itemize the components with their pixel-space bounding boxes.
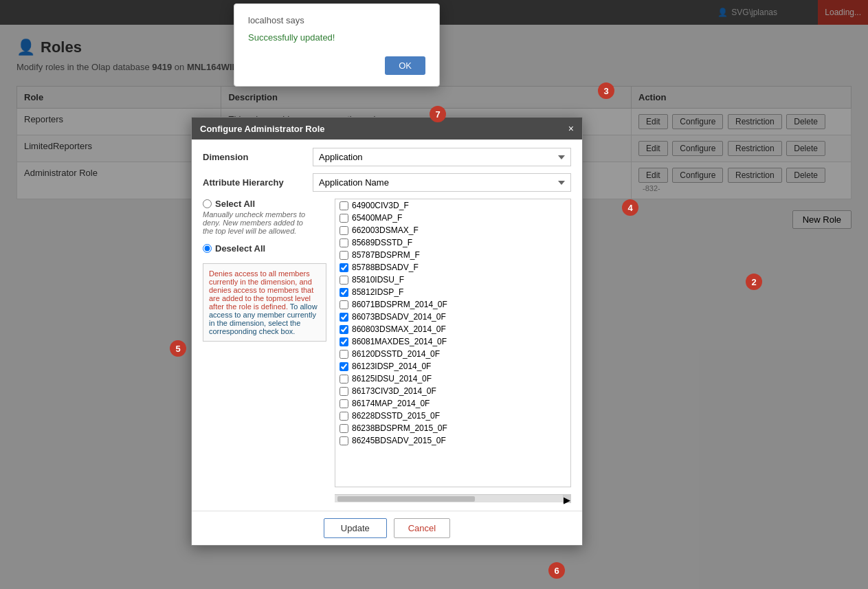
annotation-6: 6 xyxy=(548,562,565,579)
checkbox-label: 86238BDSPRM_2015_0F xyxy=(352,423,447,433)
checkbox-input[interactable] xyxy=(340,263,348,272)
scroll-thumb-horizontal xyxy=(337,496,475,502)
checkbox-label: 86081MAXDES_2014_0F xyxy=(352,337,447,346)
checkbox-label: 85788BDSADV_F xyxy=(352,263,419,272)
checkbox-input[interactable] xyxy=(340,325,348,334)
dimension-label: Dimension xyxy=(203,152,313,162)
annotation-7: 7 xyxy=(430,106,446,122)
checkbox-item: 85689DSSTD_F xyxy=(335,236,570,249)
deselect-all-row: Deselect All xyxy=(203,243,326,254)
checkbox-item: 65400MAP_F xyxy=(335,212,570,224)
checkbox-input[interactable] xyxy=(340,214,348,223)
attribute-label: Attribute Hierarchy xyxy=(203,177,313,188)
checkbox-input[interactable] xyxy=(340,387,348,396)
left-panel: Select All Manually uncheck members to d… xyxy=(203,199,326,502)
checkbox-item: 85788BDSADV_F xyxy=(335,261,570,274)
checkbox-label: 85810IDSU_F xyxy=(352,275,404,285)
checkbox-item: 86120DSSTD_2014_0F xyxy=(335,348,570,360)
checkbox-label: 86228DSSTD_2015_0F xyxy=(352,411,440,421)
checkbox-item: 860803DSMAX_2014_0F xyxy=(335,323,570,335)
modal-close-button[interactable]: × xyxy=(568,123,574,134)
checkbox-item: 86123IDSP_2014_0F xyxy=(335,360,570,373)
annotation-3: 3 xyxy=(598,82,614,99)
modal-body: Dimension Application Attribute Hierarch… xyxy=(192,140,582,511)
checkbox-input[interactable] xyxy=(340,436,348,445)
info-box: Denies access to all members currently i… xyxy=(203,263,326,342)
checkbox-label: 86123IDSP_2014_0F xyxy=(352,362,431,371)
deselect-all-label: Deselect All xyxy=(215,243,265,254)
checkbox-label: 86125IDSU_2014_0F xyxy=(352,374,432,384)
checkbox-input[interactable] xyxy=(340,288,348,297)
select-all-row: Select All xyxy=(203,199,326,209)
checkbox-input[interactable] xyxy=(340,300,348,309)
checkbox-item: 64900CIV3D_F xyxy=(335,199,570,212)
checkbox-label: 86120DSSTD_2014_0F xyxy=(352,349,440,359)
checkbox-item: 86073BDSADV_2014_0F xyxy=(335,311,570,323)
checkbox-item: 85812IDSP_F xyxy=(335,286,570,298)
scroll-right-arrow[interactable]: ▶ xyxy=(563,495,571,503)
checkbox-label: 64900CIV3D_F xyxy=(352,201,409,210)
deselect-all-radio[interactable] xyxy=(203,244,212,253)
checkbox-item: 85787BDSPRM_F xyxy=(335,249,570,261)
checkbox-input[interactable] xyxy=(340,313,348,322)
dimension-select[interactable]: Application xyxy=(313,148,571,166)
checkbox-item: 662003DSMAX_F xyxy=(335,224,570,236)
cancel-button[interactable]: Cancel xyxy=(394,518,450,538)
checkbox-item: 85810IDSU_F xyxy=(335,274,570,286)
checkbox-input[interactable] xyxy=(340,276,348,285)
checkbox-input[interactable] xyxy=(340,399,348,408)
update-button[interactable]: Update xyxy=(324,518,387,538)
modal-title: Configure Administrator Role xyxy=(200,124,325,134)
checkbox-label: 86173CIV3D_2014_0F xyxy=(352,386,436,396)
checkbox-label: 86174MAP_2014_0F xyxy=(352,399,430,408)
checkbox-input[interactable] xyxy=(340,412,348,421)
checkbox-label: 86071BDSPRM_2014_0F xyxy=(352,300,447,309)
select-all-desc: Manually uncheck members to deny. New me… xyxy=(203,210,313,235)
annotation-5: 5 xyxy=(170,340,186,357)
checkbox-item: 86081MAXDES_2014_0F xyxy=(335,335,570,348)
checkbox-item: 86071BDSPRM_2014_0F xyxy=(335,298,570,311)
checkbox-item: 86174MAP_2014_0F xyxy=(335,397,570,410)
checkbox-input[interactable] xyxy=(340,201,348,210)
select-all-label: Select All xyxy=(215,199,255,209)
checkbox-label: 85812IDSP_F xyxy=(352,287,403,297)
alert-ok-button[interactable]: OK xyxy=(385,56,425,75)
checkbox-item: 86173CIV3D_2014_0F xyxy=(335,385,570,397)
attribute-select[interactable]: Application Name xyxy=(313,173,571,192)
configure-modal: Configure Administrator Role × Dimension… xyxy=(191,117,583,546)
checkbox-list[interactable]: 64900CIV3D_F65400MAP_F662003DSMAX_F85689… xyxy=(335,199,571,487)
checkbox-item: 86228DSSTD_2015_0F xyxy=(335,410,570,422)
checkbox-label: 86073BDSADV_2014_0F xyxy=(352,312,446,322)
select-all-radio[interactable] xyxy=(203,199,212,208)
modal-footer: Update Cancel xyxy=(192,511,582,545)
checkbox-label: 65400MAP_F xyxy=(352,213,402,223)
checkbox-input[interactable] xyxy=(340,251,348,260)
right-panel: 64900CIV3D_F65400MAP_F662003DSMAX_F85689… xyxy=(335,199,571,502)
content-split: Select All Manually uncheck members to d… xyxy=(203,199,571,502)
info-text: Denies access to all members currently i… xyxy=(209,269,318,335)
horizontal-scrollbar[interactable]: ▶ xyxy=(335,494,571,502)
checkbox-input[interactable] xyxy=(340,424,348,433)
checkbox-input[interactable] xyxy=(340,226,348,235)
checkbox-label: 85689DSSTD_F xyxy=(352,238,412,247)
annotation-2: 2 xyxy=(746,274,762,290)
checkbox-item: 86245BDSADV_2015_0F xyxy=(335,434,570,447)
checkbox-label: 860803DSMAX_2014_0F xyxy=(352,324,446,334)
alert-title: localhost says xyxy=(248,15,425,25)
modal-header: Configure Administrator Role × xyxy=(192,118,582,140)
checkbox-label: 662003DSMAX_F xyxy=(352,225,419,235)
checkbox-input[interactable] xyxy=(340,337,348,346)
checkbox-input[interactable] xyxy=(340,238,348,247)
alert-message: Successfully updated! xyxy=(248,32,425,43)
checkbox-input[interactable] xyxy=(340,375,348,384)
alert-dialog: localhost says Successfully updated! OK xyxy=(234,3,440,87)
checkbox-item: 86125IDSU_2014_0F xyxy=(335,373,570,385)
annotation-4: 4 xyxy=(622,199,638,216)
checkbox-input[interactable] xyxy=(340,350,348,359)
checkbox-label: 85787BDSPRM_F xyxy=(352,250,420,260)
checkbox-label: 86245BDSADV_2015_0F xyxy=(352,436,446,445)
checkbox-item: 86238BDSPRM_2015_0F xyxy=(335,422,570,434)
checkbox-input[interactable] xyxy=(340,362,348,371)
attribute-row: Attribute Hierarchy Application Name xyxy=(203,173,571,192)
dimension-row: Dimension Application xyxy=(203,148,571,166)
